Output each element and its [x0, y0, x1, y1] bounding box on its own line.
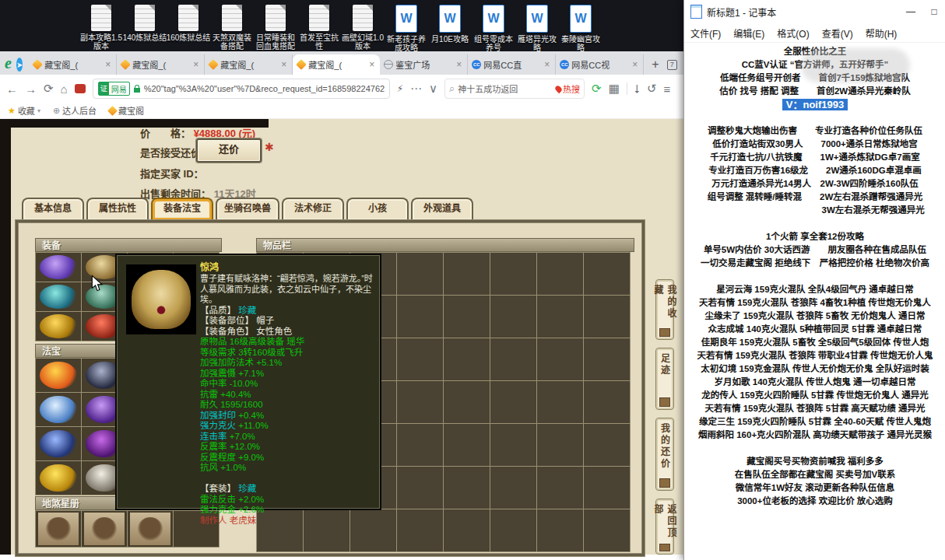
my-favorites-button[interactable]: 我的收藏: [655, 279, 674, 340]
bookmark-item[interactable]: ★收藏▾: [8, 104, 40, 117]
new-tab-button[interactable]: +: [644, 58, 666, 75]
notepad-text-area[interactable]: 全服性价比之王CC蓝V认证 “官方讲师，五开好帮手”低端任务组号开创者 首创7千…: [684, 45, 945, 560]
inventory-slot[interactable]: [584, 424, 630, 466]
desktop-shortcut[interactable]: W新老孩子养 成攻略: [386, 5, 427, 52]
home-icon[interactable]: ⌂: [61, 82, 68, 96]
inventory-slot[interactable]: [397, 253, 443, 295]
menu-查看(V)[interactable]: 查看(V): [816, 26, 859, 40]
inventory-slot[interactable]: [537, 424, 583, 466]
desktop-shortcut[interactable]: W雁塔异光攻 略: [517, 5, 557, 52]
redpacket-icon[interactable]: [75, 84, 86, 93]
inventory-slot[interactable]: [584, 253, 630, 295]
tab-close-icon[interactable]: ×: [191, 59, 200, 70]
menu-文件(F)[interactable]: 文件(F): [684, 26, 727, 40]
desktop-shortcut[interactable]: 日常睡装和 回血鬼搭配: [255, 5, 296, 52]
inventory-slot[interactable]: [490, 296, 536, 338]
hot-search[interactable]: 热搜: [556, 82, 580, 95]
tab-基本信息[interactable]: 基本信息: [22, 198, 84, 220]
inventory-slot[interactable]: [537, 296, 583, 338]
notepad-minimize-button[interactable]: —: [899, 0, 922, 23]
desktop-shortcut[interactable]: 天煞双魔装 备搭配: [212, 5, 252, 52]
inventory-slot[interactable]: [444, 467, 490, 509]
history-undo-icon[interactable]: ↺: [647, 82, 657, 96]
apps-grid-icon[interactable]: ▦: [609, 82, 620, 96]
refresh-icon[interactable]: ⟳: [44, 82, 54, 96]
disha-card-slot[interactable]: [128, 511, 173, 547]
inventory-slot[interactable]: [444, 381, 490, 423]
inventory-slot[interactable]: [444, 338, 490, 380]
bookmark-item[interactable]: ⊕达人后台: [53, 104, 97, 117]
inventory-slot[interactable]: [584, 338, 630, 380]
browser-tab[interactable]: CC网易CC直×: [468, 54, 556, 75]
desktop-shortcut[interactable]: 副本攻略1.5 版本: [81, 5, 121, 52]
selected-text[interactable]: V：noif1993: [782, 99, 848, 110]
inventory-slot[interactable]: [444, 424, 490, 466]
menu-编辑(E)[interactable]: 编辑(E): [727, 26, 771, 40]
tab-装备法宝[interactable]: 装备法宝: [151, 198, 213, 220]
desktop-shortcut[interactable]: 画壁幻域1.0 版本: [343, 5, 383, 52]
inventory-slot[interactable]: [490, 509, 536, 551]
inventory-slot[interactable]: [444, 253, 490, 295]
inventory-slot[interactable]: [397, 296, 443, 338]
tab-外观道具[interactable]: 外观道具: [411, 198, 473, 220]
menu-icon[interactable]: ≡: [663, 82, 670, 96]
disha-card-slot[interactable]: [36, 511, 81, 547]
tab-close-icon[interactable]: ×: [104, 59, 112, 70]
inventory-slot[interactable]: [537, 253, 583, 295]
notepad-titlebar[interactable]: 新标题1 - 记事本 — □: [684, 0, 945, 23]
inventory-slot[interactable]: [490, 253, 536, 295]
equipment-slot[interactable]: [36, 282, 81, 311]
download-icon[interactable]: ⭣: [634, 82, 640, 96]
browser-tab[interactable]: 藏宝阁_(×: [205, 54, 293, 75]
search-hotword[interactable]: 神十五成功返回: [458, 82, 553, 95]
inventory-slot[interactable]: [397, 509, 443, 551]
my-counteroffer-button[interactable]: 我的还价: [655, 418, 674, 491]
browser-tab[interactable]: 藏宝阁_(×: [293, 54, 380, 75]
tab-法术修正[interactable]: 法术修正: [282, 198, 344, 220]
inventory-slot[interactable]: [584, 381, 630, 423]
url-text[interactable]: %20"tag"%3A%20"user"%7D&reco_request_id=…: [144, 84, 385, 93]
menu-帮助(H)[interactable]: 帮助(H): [859, 26, 904, 40]
browser-tab[interactable]: 鉴宝广场×: [380, 54, 468, 75]
inventory-slot[interactable]: [490, 467, 536, 509]
inventory-slot[interactable]: [444, 296, 490, 338]
desktop-shortcut[interactable]: W组号零成本 养号: [473, 5, 514, 52]
tab-小孩[interactable]: 小孩: [346, 198, 409, 220]
split-screen-icon[interactable]: 7: [667, 60, 677, 70]
chevron-down-icon[interactable]: ∨: [429, 82, 437, 96]
browser-logo-icon[interactable]: e: [5, 53, 12, 73]
tab-close-icon[interactable]: ×: [631, 59, 639, 70]
fabao-slot[interactable]: [36, 427, 81, 460]
inventory-slot[interactable]: [537, 338, 583, 380]
notepad-maximize-button[interactable]: □: [922, 0, 945, 23]
tab-close-icon[interactable]: ×: [455, 59, 463, 70]
desktop-shortcut[interactable]: W月10E攻略: [430, 5, 470, 52]
equipment-slot[interactable]: [36, 253, 81, 282]
desktop-shortcut[interactable]: 140炼狱总结: [125, 5, 165, 52]
tab-close-icon[interactable]: ×: [279, 59, 288, 70]
browser-tab[interactable]: 藏宝阁_(×: [29, 54, 117, 75]
bookmark-item[interactable]: 藏宝阁: [109, 104, 144, 117]
footprints-button[interactable]: 足迹: [655, 348, 674, 410]
messenger-icon[interactable]: ➤: [16, 58, 23, 72]
address-bar[interactable]: 证 网易 %20"tag"%3A%20"user"%7D&reco_reques…: [93, 79, 390, 99]
inventory-slot[interactable]: [397, 381, 443, 423]
tab-close-icon[interactable]: ×: [543, 59, 551, 70]
inventory-slot[interactable]: [397, 338, 443, 380]
green-refresh-icon[interactable]: ⟳: [592, 82, 602, 96]
inventory-slot[interactable]: [490, 424, 536, 466]
desktop-shortcut[interactable]: 首发至宝抗 性: [299, 5, 339, 52]
browser-tab[interactable]: 藏宝阁_(×: [117, 54, 205, 75]
inventory-slot[interactable]: [490, 381, 536, 423]
inventory-slot[interactable]: [584, 296, 630, 338]
lightning-icon[interactable]: ⚡: [397, 83, 403, 94]
search-box[interactable]: ⌕ 神十五成功返回 热搜: [444, 79, 585, 99]
tab-属性抗性[interactable]: 属性抗性: [86, 198, 149, 220]
back-icon[interactable]: ←: [6, 82, 18, 96]
inventory-slot[interactable]: [444, 509, 490, 551]
inventory-slot[interactable]: [397, 467, 443, 509]
back-to-top-button[interactable]: 返回顶部: [655, 499, 674, 555]
inventory-slot[interactable]: [584, 509, 630, 551]
inventory-slot[interactable]: [537, 467, 583, 509]
menu-格式(O)[interactable]: 格式(O): [771, 26, 815, 40]
